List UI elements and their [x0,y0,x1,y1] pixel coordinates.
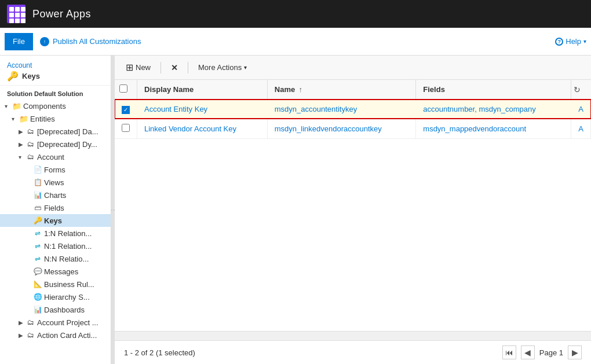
select-all-checkbox[interactable] [119,84,127,93]
row-checkbox[interactable] [122,124,130,132]
prev-page-button[interactable]: ◀ [521,345,535,359]
page-title: 🔑 Keys [7,71,104,82]
name-column-header[interactable]: Name ↑ [267,80,416,100]
toolbar-separator-1 [160,62,161,73]
entity-icon: 🗂 [26,330,35,340]
waffle-icon[interactable] [7,5,25,23]
entity-icon: 🗂 [26,139,35,149]
key-icon: 🔑 [7,71,19,82]
sort-asc-icon: ↑ [299,85,303,94]
tree: ▾ 📁 Components ▾ 📁 Entities ▶ 🗂 [Depreca… [0,100,111,341]
forms-icon: 📄 [33,165,42,174]
refresh-button[interactable]: ↻ [571,83,583,97]
new-button[interactable]: ⊞ New [119,59,157,76]
delete-icon: ✕ [171,63,178,72]
tree-item-fields[interactable]: ▶ 🗃 Fields [0,201,111,214]
row-checkbox-cell[interactable] [115,119,137,138]
content-area: ⊞ New ✕ More Actions ▾ [115,56,591,364]
name-cell: msdyn_accountentitykey [267,100,416,119]
refresh-column-header: ↻ [571,80,591,100]
views-icon: 📋 [33,178,42,187]
first-page-button[interactable]: ⏮ [502,345,516,359]
help-dropdown-arrow: ▾ [583,38,586,45]
solution-label: Solution Default Solution [0,86,111,100]
folder-icon: 📁 [12,101,21,111]
record-count: 1 - 2 of 2 (1 selected) [124,348,195,357]
chevron-icon: ▶ [19,332,24,339]
fields-icon: 🗃 [33,203,42,212]
relation-icon: ⇌ [33,229,42,238]
file-button[interactable]: File [5,33,33,50]
chevron-icon: ▶ [19,141,24,148]
tree-item-1n-relation[interactable]: ▶ ⇌ 1:N Relation... [0,227,111,240]
next-page-button[interactable]: ▶ [568,345,582,359]
fields-cell: msdyn_mappedvendoraccount [416,119,571,138]
tree-item-charts[interactable]: ▶ 📊 Charts [0,189,111,201]
tree-item-entities[interactable]: ▾ 📁 Entities [0,112,111,125]
tree-item-forms[interactable]: ▶ 📄 Forms [0,163,111,176]
horizontal-scrollbar[interactable] [115,331,591,340]
row-checkbox-cell[interactable]: ✓ [115,100,137,119]
extra-cell: A [571,100,591,119]
fields-cell: accountnumber, msdyn_company [416,100,571,119]
keys-icon: 🔑 [33,216,42,225]
publish-all-button[interactable]: ↑ Publish All Customizations [40,37,141,46]
entity-icon: 🗂 [26,318,35,327]
relation-icon: ⇌ [33,254,42,263]
business-icon: 📐 [33,280,42,289]
extra-cell: A [571,119,591,138]
tree-item-hierarchy[interactable]: ▶ 🌐 Hierarchy S... [0,291,111,303]
footer: 1 - 2 of 2 (1 selected) ⏮ ◀ Page 1 ▶ [115,340,591,364]
pagination: ⏮ ◀ Page 1 ▶ [502,345,582,359]
chevron-icon: ▶ [19,319,24,326]
tree-item-messages[interactable]: ▶ 💬 Messages [0,265,111,278]
tree-item-business-rules[interactable]: ▶ 📐 Business Rul... [0,278,111,291]
tree-item-dashboards[interactable]: ▶ 📊 Dashboards [0,303,111,316]
toolbar-separator-2 [188,62,188,73]
tree-item-deprecated-da[interactable]: ▶ 🗂 [Deprecated] Da... [0,125,111,138]
tree-item-nn-relation[interactable]: ▶ ⇌ N:N Relatio... [0,252,111,265]
hierarchy-icon: 🌐 [33,292,42,302]
dashboards-icon: 📊 [33,305,42,314]
help-button[interactable]: ? Help ▾ [555,37,586,46]
sidebar-header: Account 🔑 Keys [0,56,111,86]
table-container: Display Name Name ↑ Fields ↻ [115,80,591,331]
messages-icon: 💬 [33,267,42,276]
breadcrumb[interactable]: Account [7,61,104,69]
charts-icon: 📊 [33,190,42,200]
tree-item-n1-relation[interactable]: ▶ ⇌ N:1 Relation... [0,240,111,252]
tree-item-views[interactable]: ▶ 📋 Views [0,176,111,189]
tree-item-deprecated-dy[interactable]: ▶ 🗂 [Deprecated] Dy... [0,138,111,150]
folder-icon: 📁 [19,114,28,123]
dropdown-arrow-icon: ▾ [244,64,247,71]
toolbar: ⊞ New ✕ More Actions ▾ [115,56,591,80]
display-name-cell[interactable]: Account Entity Key [137,100,268,119]
display-name-column-header: Display Name [137,80,268,100]
display-name-cell[interactable]: Linked Vendor Account Key [137,119,268,138]
publish-icon: ↑ [40,37,49,46]
checked-checkbox[interactable]: ✓ [122,106,130,114]
fields-column-header: Fields [416,80,571,100]
chevron-icon: ▶ [19,128,24,135]
table-row[interactable]: ✓ Account Entity Key msdyn_accountentity… [115,100,591,119]
more-actions-button[interactable]: More Actions ▾ [192,60,253,75]
main-layout: Account 🔑 Keys Solution Default Solution… [0,56,591,364]
entity-icon: 🗂 [26,152,35,161]
check-column-header [115,80,137,100]
delete-button[interactable]: ✕ [165,60,184,75]
page-label: Page 1 [539,348,563,357]
tree-item-account[interactable]: ▾ 🗂 Account [0,150,111,163]
table-row[interactable]: Linked Vendor Account Key msdyn_linkedve… [115,119,591,138]
chevron-icon: ▾ [19,154,24,160]
tree-item-keys[interactable]: ▶ 🔑 Keys [0,214,111,227]
entity-icon: 🗂 [26,127,35,136]
tree-item-components[interactable]: ▾ 📁 Components [0,100,111,112]
name-cell: msdyn_linkedvendoraccountkey [267,119,416,138]
table-header-row: Display Name Name ↑ Fields ↻ [115,80,591,100]
app-title: Power Apps [32,8,91,20]
tree-item-account-project[interactable]: ▶ 🗂 Account Project ... [0,316,111,329]
sidebar: Account 🔑 Keys Solution Default Solution… [0,56,111,364]
chevron-icon: ▾ [12,116,17,122]
top-bar: Power Apps [0,0,591,28]
tree-item-action-card[interactable]: ▶ 🗂 Action Card Acti... [0,329,111,341]
